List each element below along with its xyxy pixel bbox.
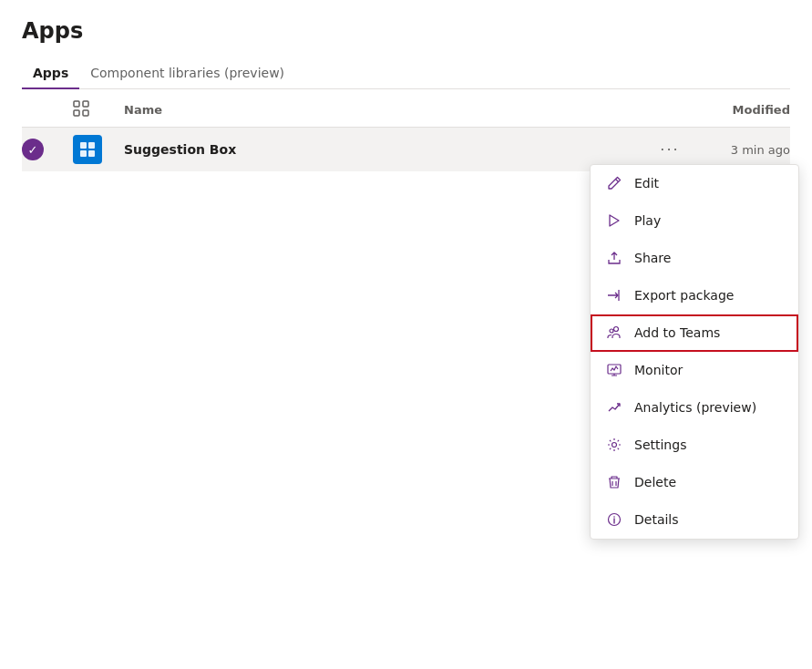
column-modified-header: Modified — [644, 103, 790, 117]
analytics-icon — [605, 398, 623, 417]
table-row: ✓ Suggestion Box ··· 3 min ago — [22, 128, 790, 171]
menu-item-delete[interactable]: Delete — [591, 464, 798, 501]
delete-icon — [605, 473, 623, 491]
menu-delete-label: Delete — [634, 475, 784, 489]
page-header: Apps Apps Component libraries (preview) — [0, 0, 812, 89]
settings-icon — [605, 436, 623, 454]
menu-item-play[interactable]: Play — [591, 202, 798, 240]
svg-rect-7 — [88, 150, 95, 157]
context-menu: Edit Play Share — [590, 164, 799, 540]
menu-item-share[interactable]: Share — [591, 240, 798, 277]
share-icon — [605, 249, 623, 267]
row-check[interactable]: ✓ — [22, 139, 58, 160]
app-icon-box — [73, 135, 102, 164]
menu-edit-label: Edit — [634, 176, 784, 190]
menu-share-label: Share — [634, 251, 784, 265]
svg-rect-2 — [74, 110, 79, 116]
svg-rect-0 — [74, 101, 79, 107]
svg-rect-6 — [80, 150, 87, 157]
menu-item-add-to-teams[interactable]: Add to Teams — [591, 314, 798, 352]
checkmark-icon: ✓ — [28, 143, 38, 157]
menu-export-label: Export package — [634, 288, 784, 303]
svg-rect-1 — [83, 101, 88, 107]
menu-item-export-package[interactable]: Export package — [591, 277, 798, 314]
menu-details-label: Details — [634, 512, 784, 527]
tab-component-libraries[interactable]: Component libraries (preview) — [79, 58, 295, 89]
check-circle: ✓ — [22, 139, 44, 160]
tab-bar: Apps Component libraries (preview) — [22, 58, 790, 89]
menu-settings-label: Settings — [634, 437, 784, 452]
tab-apps[interactable]: Apps — [22, 58, 79, 89]
app-icon — [73, 135, 109, 164]
column-name-header: Name — [124, 103, 630, 117]
menu-item-details[interactable]: Details — [591, 501, 798, 539]
svg-point-11 — [612, 443, 617, 448]
play-icon — [605, 211, 623, 230]
info-icon — [605, 510, 623, 529]
edit-icon — [605, 174, 623, 192]
menu-monitor-label: Monitor — [634, 363, 784, 377]
svg-point-8 — [614, 327, 619, 332]
menu-item-edit[interactable]: Edit — [591, 165, 798, 202]
menu-add-to-teams-label: Add to Teams — [634, 325, 784, 340]
svg-rect-4 — [80, 142, 87, 149]
page-title: Apps — [22, 18, 790, 44]
monitor-icon — [605, 361, 623, 379]
svg-rect-5 — [88, 142, 95, 149]
modified-time: 3 min ago — [699, 143, 790, 157]
header-icon — [73, 100, 109, 119]
menu-analytics-label: Analytics (preview) — [634, 400, 784, 415]
svg-point-9 — [610, 329, 613, 333]
teams-icon — [605, 324, 623, 342]
table-header: Name Modified — [22, 89, 790, 128]
menu-item-analytics[interactable]: Analytics (preview) — [591, 389, 798, 427]
content-area: Name Modified ✓ Suggestion Box ··· 3 min… — [0, 89, 812, 171]
svg-rect-3 — [83, 110, 88, 116]
ellipsis-button[interactable]: ··· — [655, 135, 684, 164]
svg-point-13 — [613, 516, 615, 518]
menu-item-settings[interactable]: Settings — [591, 427, 798, 464]
menu-item-monitor[interactable]: Monitor — [591, 352, 798, 389]
menu-play-label: Play — [634, 213, 784, 228]
app-name: Suggestion Box — [124, 142, 641, 157]
export-icon — [605, 286, 623, 304]
